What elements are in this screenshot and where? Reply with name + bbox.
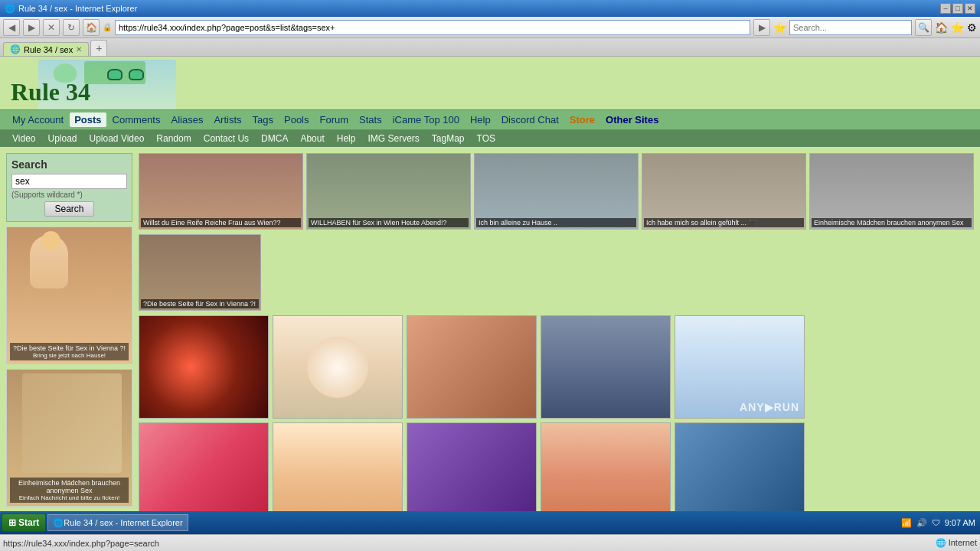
nav-store[interactable]: Store bbox=[565, 112, 599, 127]
nav-icame[interactable]: iCame Top 100 bbox=[388, 112, 464, 127]
status-bar: https://rule34.xxx/index.php?page=search… bbox=[0, 534, 980, 551]
search-title: Search bbox=[11, 158, 127, 171]
tray-network-icon: 📶 bbox=[901, 518, 912, 528]
browser-tabs: 🌐 Rule 34 / sex ✕ + bbox=[0, 38, 980, 57]
home-icon: 🏠 bbox=[935, 21, 948, 34]
page-content: Rule 34 My Account Posts Comments Aliase… bbox=[0, 57, 980, 534]
ad-1-caption: Willst du Eine Reife Reiche Frau aus Wie… bbox=[141, 218, 301, 227]
sidebar-ad-2-text: Einheimische Mädchen brauchen anonymen S… bbox=[10, 478, 129, 503]
address-bar[interactable]: https://rule34.xxx/index.php?page=post&s… bbox=[115, 20, 750, 35]
site-logo: Rule 34 bbox=[11, 78, 90, 106]
refresh-btn[interactable]: ↻ bbox=[63, 19, 80, 36]
nav-tags[interactable]: Tags bbox=[248, 112, 278, 127]
image-grid-1: ANY▶RUN bbox=[139, 315, 974, 419]
nav-my-account[interactable]: My Account bbox=[8, 112, 68, 127]
nav-help[interactable]: Help bbox=[466, 112, 495, 127]
site-header: Rule 34 bbox=[0, 57, 980, 109]
star-icon: ⭐ bbox=[951, 21, 964, 34]
browser-search-input[interactable] bbox=[789, 20, 912, 35]
nav-posts[interactable]: Posts bbox=[70, 112, 106, 127]
nav-upload-video[interactable]: Upload Video bbox=[85, 132, 149, 145]
grid-item-4[interactable] bbox=[541, 315, 671, 419]
content-area: Willst du Eine Reife Reiche Frau aus Wie… bbox=[139, 153, 974, 526]
nav-tagmap[interactable]: TagMap bbox=[427, 132, 469, 145]
nav-img-servers[interactable]: IMG Servers bbox=[363, 132, 423, 145]
ad-3[interactable]: Ich bin alleine zu Hause .. bbox=[474, 153, 639, 230]
grid-item-3[interactable] bbox=[407, 315, 537, 419]
lock-icon: 🔒 bbox=[103, 23, 112, 31]
go-btn[interactable]: ▶ bbox=[753, 19, 770, 36]
sidebar-ad-2[interactable]: Einheimische Mädchen brauchen anonymen S… bbox=[6, 369, 132, 507]
settings-icon: ⚙ bbox=[967, 21, 977, 34]
status-url: https://rule34.xxx/index.php?page=search bbox=[3, 539, 159, 548]
tray-time: 9:07 AM bbox=[945, 518, 975, 527]
taskbar: ⊞ Start 🌐 Rule 34 / sex - Internet Explo… bbox=[0, 511, 980, 534]
ad-1[interactable]: Willst du Eine Reife Reiche Frau aus Wie… bbox=[139, 153, 303, 230]
nav-help2[interactable]: Help bbox=[332, 132, 361, 145]
nav-about[interactable]: About bbox=[296, 132, 328, 145]
browser-toolbar: ◀ ▶ ✕ ↻ 🏠 🔒 https://rule34.xxx/index.php… bbox=[0, 17, 980, 38]
search-input[interactable]: sex bbox=[11, 174, 127, 189]
search-hint: (Supports wildcard *) bbox=[11, 191, 127, 199]
ad-3-caption: Ich bin alleine zu Hause .. bbox=[476, 218, 636, 227]
logo-area: Rule 34 bbox=[8, 60, 176, 109]
nav-discord[interactable]: Discord Chat bbox=[497, 112, 564, 127]
ad-4-caption: Ich habe mich so allein gefühlt ... 🖤 bbox=[644, 218, 804, 227]
ad-5[interactable]: Einheimische Mädchen brauchen anonymen S… bbox=[809, 153, 974, 230]
nav-dmca[interactable]: DMCA bbox=[256, 132, 292, 145]
grid-item-6[interactable] bbox=[139, 422, 269, 526]
grid-item-5[interactable]: ANY▶RUN bbox=[675, 315, 805, 419]
titlebar: 🌐 Rule 34 / sex - Internet Explorer – □ … bbox=[0, 0, 980, 17]
grid-item-1[interactable] bbox=[139, 315, 269, 419]
grid-item-2[interactable] bbox=[273, 315, 403, 419]
taskbar-ie[interactable]: 🌐 Rule 34 / sex - Internet Explorer bbox=[47, 514, 188, 531]
new-tab[interactable]: + bbox=[90, 40, 107, 56]
ad-2-caption: WILLHABEN für Sex in Wien Heute Abend!? bbox=[309, 218, 469, 227]
tab-close-btn[interactable]: ✕ bbox=[76, 45, 82, 54]
minimize-btn[interactable]: – bbox=[940, 3, 951, 14]
search-section: Search sex (Supports wildcard *) Search bbox=[6, 153, 132, 222]
nav-other-sites[interactable]: Other Sites bbox=[601, 112, 663, 127]
windows-icon: ⊞ bbox=[8, 517, 16, 528]
tray-volume-icon: 🔊 bbox=[916, 518, 927, 528]
favorites-icon: ⭐ bbox=[773, 21, 786, 34]
ad-2[interactable]: WILLHABEN für Sex in Wien Heute Abend!? bbox=[306, 153, 471, 230]
grid-item-7[interactable] bbox=[273, 422, 403, 526]
nav-artists[interactable]: Artists bbox=[209, 112, 246, 127]
search-button[interactable]: Search bbox=[44, 201, 93, 217]
nav-contact[interactable]: Contact Us bbox=[199, 132, 253, 145]
tab-icon: 🌐 bbox=[10, 44, 21, 54]
ie-taskbar-icon: 🌐 bbox=[53, 518, 64, 528]
ads-row-1: Willst du Eine Reife Reiche Frau aus Wie… bbox=[139, 153, 974, 230]
start-button[interactable]: ⊞ Start bbox=[2, 514, 46, 532]
nav-upload[interactable]: Upload bbox=[43, 132, 81, 145]
nav-random[interactable]: Random bbox=[152, 132, 195, 145]
grid-item-10[interactable] bbox=[675, 422, 805, 526]
secondary-nav: Video Upload Upload Video Random Contact… bbox=[0, 130, 980, 147]
back-btn[interactable]: ◀ bbox=[3, 19, 20, 36]
main-layout: Search sex (Supports wildcard *) Search … bbox=[0, 147, 980, 532]
close-btn[interactable]: ✕ bbox=[965, 3, 975, 14]
ad-4[interactable]: Ich habe mich so allein gefühlt ... 🖤 bbox=[642, 153, 806, 230]
tray-security-icon: 🛡 bbox=[932, 518, 940, 527]
nav-pools[interactable]: Pools bbox=[279, 112, 314, 127]
grid-item-9[interactable] bbox=[541, 422, 671, 526]
stop-btn[interactable]: ✕ bbox=[43, 19, 60, 36]
grid-item-8[interactable] bbox=[407, 422, 537, 526]
nav-comments[interactable]: Comments bbox=[108, 112, 165, 127]
browser-search-btn[interactable]: 🔍 bbox=[915, 19, 932, 36]
restore-btn[interactable]: □ bbox=[952, 3, 963, 14]
primary-nav: My Account Posts Comments Aliases Artist… bbox=[0, 109, 980, 130]
forward-btn[interactable]: ▶ bbox=[23, 19, 40, 36]
sidebar-ad-1[interactable]: ?Die beste Seite für Sex in Vienna ?! Br… bbox=[6, 227, 132, 364]
ads-row-2: ?Die beste Seite für Sex in Vienna ?! bbox=[139, 234, 974, 311]
nav-tos[interactable]: TOS bbox=[472, 132, 500, 145]
active-tab[interactable]: 🌐 Rule 34 / sex ✕ bbox=[3, 42, 89, 56]
nav-video[interactable]: Video bbox=[8, 132, 40, 145]
nav-aliases[interactable]: Aliases bbox=[166, 112, 207, 127]
nav-forum[interactable]: Forum bbox=[315, 112, 354, 127]
ad-6[interactable]: ?Die beste Seite für Sex in Vienna ?! bbox=[139, 234, 261, 311]
sidebar: Search sex (Supports wildcard *) Search … bbox=[6, 153, 132, 526]
nav-stats[interactable]: Stats bbox=[354, 112, 387, 127]
home-btn[interactable]: 🏠 bbox=[83, 19, 100, 36]
